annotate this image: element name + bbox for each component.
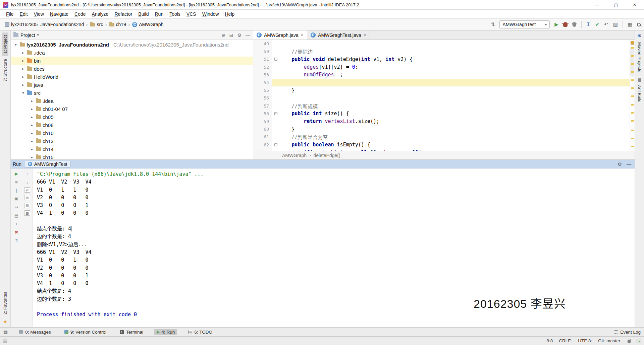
menu-refactor[interactable]: Refactor xyxy=(112,10,135,18)
menu-tools[interactable]: Tools xyxy=(167,10,183,18)
toolwindow-button-run[interactable]: ▶4: Run xyxy=(154,329,177,335)
code-text[interactable] xyxy=(279,80,282,86)
hide-panel-icon[interactable]: — xyxy=(627,161,631,167)
collapse-arrow-icon[interactable]: ▸ xyxy=(21,67,25,71)
tool-button-structure[interactable]: 7: Structure xyxy=(2,56,8,84)
fold-column[interactable]: − xyxy=(272,110,279,118)
vcs-revert-icon[interactable]: ↶ xyxy=(604,21,608,27)
debug-button[interactable] xyxy=(563,22,568,27)
collapse-arrow-icon[interactable]: ▸ xyxy=(21,83,25,87)
tree-item-ch10[interactable]: ▸ch10 xyxy=(11,129,253,137)
line-number[interactable]: 49 xyxy=(253,40,272,48)
locate-file-icon[interactable]: ⊕ xyxy=(221,32,225,38)
fold-column[interactable] xyxy=(272,102,279,110)
fold-column[interactable] xyxy=(272,133,279,141)
pin-tab-icon[interactable]: ↦ xyxy=(13,204,20,210)
coverage-button[interactable] xyxy=(572,22,577,27)
vcs-update-icon[interactable]: ↧ xyxy=(586,21,591,27)
line-number[interactable]: 62 xyxy=(253,141,272,148)
maximize-button[interactable]: ▢ xyxy=(606,0,625,9)
fold-column[interactable]: − xyxy=(272,141,279,148)
tool-button-project[interactable]: 1: Project xyxy=(2,32,8,56)
menu-run[interactable]: Run xyxy=(152,10,166,18)
close-button[interactable]: ✕ xyxy=(625,0,644,9)
collapse-arrow-icon[interactable]: ▸ xyxy=(30,147,34,151)
line-number[interactable]: 50 xyxy=(253,48,272,55)
collapse-arrow-icon[interactable]: ▸ xyxy=(30,155,34,159)
print-icon[interactable]: ▧ xyxy=(24,203,30,208)
collapse-arrow-icon[interactable]: ▸ xyxy=(21,51,25,55)
tree-item-src[interactable]: ▾src xyxy=(11,89,253,97)
notifications-icon[interactable] xyxy=(637,339,641,343)
code-text[interactable]: numOfEdges--; xyxy=(279,72,343,78)
editor-tab-amwgraghtest.java[interactable]: CAMWGraghTest.java✕ xyxy=(307,30,370,40)
fold-column[interactable] xyxy=(272,86,279,94)
status-caret-position[interactable]: 8:8 xyxy=(546,338,553,343)
pause-output-icon[interactable]: ∥ xyxy=(13,187,20,193)
fold-column[interactable]: − xyxy=(272,55,279,63)
menu-window[interactable]: Window xyxy=(200,10,222,18)
search-icon[interactable] xyxy=(637,23,641,26)
line-number[interactable]: 51 xyxy=(253,55,272,63)
collapse-arrow-icon[interactable]: ▸ xyxy=(30,123,34,127)
code-text[interactable] xyxy=(279,41,282,47)
breadcrumb-item-src[interactable]: src xyxy=(90,22,103,27)
fold-column[interactable] xyxy=(272,40,279,48)
minimize-button[interactable]: — xyxy=(588,0,606,9)
fold-column[interactable] xyxy=(272,48,279,55)
fold-column[interactable] xyxy=(272,149,279,151)
line-number[interactable]: 61 xyxy=(253,133,272,141)
event-log-button[interactable]: Event Log xyxy=(620,330,641,335)
code-text[interactable]: edges[v1][v2] = 0; xyxy=(279,64,358,70)
scroll-to-end-icon[interactable]: ▥ xyxy=(24,195,30,200)
fold-column[interactable] xyxy=(272,94,279,102)
collapse-arrow-icon[interactable]: ▸ xyxy=(21,59,25,63)
clear-all-icon[interactable]: ▩ xyxy=(24,210,30,216)
gear-icon[interactable]: ⚙ xyxy=(618,161,622,167)
chevron-down-icon[interactable]: ▾ xyxy=(37,33,39,37)
line-number[interactable]: 63 xyxy=(253,149,272,151)
code-text[interactable]: } xyxy=(279,126,294,132)
up-stacktrace-icon[interactable]: ↑ xyxy=(24,170,31,177)
toolwindow-button-todo[interactable]: 6: TODO xyxy=(186,329,215,335)
error-stripe[interactable] xyxy=(630,40,635,151)
menu-build[interactable]: Build xyxy=(136,10,151,18)
code-editor[interactable]: 49 50 //删除边51− public void deleteEdge(in… xyxy=(253,40,635,151)
lock-icon[interactable] xyxy=(628,340,631,343)
help-icon[interactable]: ? xyxy=(13,237,20,244)
tree-item-ch15[interactable]: ▸ch15 xyxy=(11,153,253,159)
tree-item-ch01-04-07[interactable]: ▸ch01-04 07 xyxy=(11,105,253,113)
status-line-separator[interactable]: CRLF: xyxy=(559,338,572,343)
fold-column[interactable] xyxy=(272,118,279,125)
menu-code[interactable]: Code xyxy=(72,10,88,18)
tree-item-docs[interactable]: ▸docs xyxy=(11,65,253,73)
status-left-icon[interactable] xyxy=(3,339,7,343)
breadcrumb-method[interactable]: deleteEdge() xyxy=(313,153,340,158)
tree-item-ch08[interactable]: ▸ch08 xyxy=(11,121,253,129)
tree-item-.idea[interactable]: ▸.idea xyxy=(11,49,253,57)
code-text[interactable]: } xyxy=(279,87,294,93)
restore-layout-icon[interactable]: ▣ xyxy=(13,196,20,202)
collapse-arrow-icon[interactable]: ▸ xyxy=(30,139,34,143)
tree-item-ch13[interactable]: ▸ch13 xyxy=(11,137,253,145)
inspection-status-icon[interactable] xyxy=(631,41,634,45)
soft-wrap-icon[interactable]: ⇄ xyxy=(24,187,30,193)
tree-item-helloworld[interactable]: ▸HelloWorld xyxy=(11,73,253,81)
collapse-all-icon[interactable]: ⊟ xyxy=(229,32,233,38)
collapse-arrow-icon[interactable]: ▸ xyxy=(30,99,34,103)
tree-item-.idea[interactable]: ▸.idea xyxy=(11,97,253,105)
close-icon[interactable]: ✖ xyxy=(13,229,20,235)
status-git-branch[interactable]: Git: master: xyxy=(598,338,622,343)
code-text[interactable]: return vertexList.size(); xyxy=(279,118,379,124)
fold-icon[interactable]: − xyxy=(274,58,277,61)
down-stacktrace-icon[interactable]: ↓ xyxy=(24,179,31,185)
editor-tab-amwgraph.java[interactable]: CAMWGraph.java✕ xyxy=(253,30,307,40)
menu-view[interactable]: View xyxy=(31,10,47,18)
line-number[interactable]: 57 xyxy=(253,102,272,110)
sort-icon[interactable]: ⇅ xyxy=(491,21,495,27)
menu-analyze[interactable]: Analyze xyxy=(89,10,111,18)
hide-panel-icon[interactable]: — xyxy=(246,32,250,38)
code-text[interactable]: //判断规模 xyxy=(279,102,318,110)
console-options-icon[interactable]: ▤ xyxy=(13,212,20,218)
tree-item-java[interactable]: ▸java xyxy=(11,81,253,89)
